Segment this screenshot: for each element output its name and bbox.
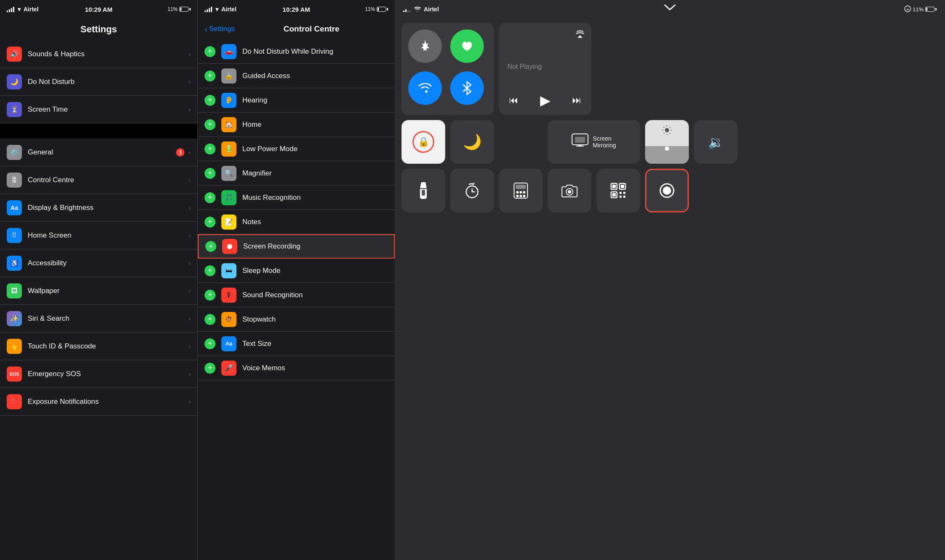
- volume-button[interactable]: 🔉: [694, 120, 738, 164]
- notes-label: Notes: [242, 218, 388, 226]
- brightness-button[interactable]: [645, 120, 689, 164]
- add-button-hearing[interactable]: +: [205, 95, 215, 106]
- control-item-lowpower[interactable]: + 🔋 Low Power Mode: [198, 137, 395, 161]
- add-button-home[interactable]: +: [205, 119, 215, 130]
- settings-item-donotdisturb[interactable]: 🌙 Do Not Disturb ›: [0, 68, 197, 96]
- back-button[interactable]: ‹ Settings: [205, 24, 235, 34]
- carrier-settings: ▾ Airtel: [7, 6, 39, 13]
- add-button-stopwatch[interactable]: +: [205, 314, 215, 325]
- add-button-soundrecognition[interactable]: +: [205, 290, 215, 301]
- airplay-icon[interactable]: [575, 29, 585, 41]
- battery-percent-settings: 11%: [168, 6, 178, 12]
- wifi-icon-cc: ▾: [215, 6, 218, 13]
- svg-rect-33: [620, 196, 622, 198]
- add-button-guidedaccess[interactable]: +: [205, 71, 215, 81]
- settings-item-emergencysos[interactable]: SOS Emergency SOS ›: [0, 360, 197, 388]
- settings-title-bar: Settings: [0, 18, 197, 40]
- add-button-musicrecognition[interactable]: +: [205, 192, 215, 203]
- exposure-icon: 🔴: [7, 394, 22, 409]
- svg-point-4: [665, 128, 669, 132]
- add-button-donotdisturbdriving[interactable]: +: [205, 46, 215, 57]
- signal-bar-4: [13, 7, 14, 12]
- textsize-label: Text Size: [242, 340, 388, 348]
- svg-point-24: [568, 190, 571, 194]
- airplane-mode-button[interactable]: [408, 29, 442, 63]
- screen-mirroring-button[interactable]: Screen Mirroring: [548, 120, 640, 164]
- control-item-notes[interactable]: + 📝 Notes: [198, 210, 395, 234]
- camera-button[interactable]: [548, 169, 591, 212]
- magnifier-label: Magnifier: [242, 169, 388, 178]
- battery-area-settings: 11%: [168, 6, 191, 12]
- svg-point-19: [523, 191, 525, 194]
- battery-icon-ui: [925, 7, 937, 12]
- previous-track-button[interactable]: ⏮: [509, 95, 518, 106]
- play-button[interactable]: ▶: [540, 92, 551, 108]
- settings-item-screentime[interactable]: ⏳ Screen Time ›: [0, 96, 197, 123]
- cc-row-1: Not Playing ⏮ ▶ ⏭: [402, 23, 938, 115]
- flashlight-button[interactable]: [402, 169, 445, 212]
- settings-item-homescreen[interactable]: ⠿ Home Screen ›: [0, 222, 197, 249]
- do-not-disturb-button[interactable]: 🌙: [450, 120, 494, 164]
- add-button-lowpower[interactable]: +: [205, 144, 215, 154]
- control-item-home[interactable]: + 🏠 Home: [198, 113, 395, 137]
- add-button-screenrecording[interactable]: +: [205, 241, 216, 252]
- svg-rect-26: [612, 185, 616, 188]
- timer-button[interactable]: [450, 169, 494, 212]
- settings-list: 🔊 Sounds & Haptics › 🌙 Do Not Disturb › …: [0, 40, 197, 560]
- control-item-sleepmode[interactable]: + 🛏 Sleep Mode: [198, 259, 395, 283]
- screen-recording-ui-button[interactable]: [645, 169, 689, 212]
- control-item-soundrecognition[interactable]: + 🎙 Sound Recognition: [198, 283, 395, 307]
- svg-point-36: [663, 186, 671, 195]
- brightness-dot: [665, 147, 669, 151]
- chevron-icon: ›: [189, 79, 191, 85]
- qr-code-button[interactable]: [596, 169, 640, 212]
- settings-item-sounds[interactable]: 🔊 Sounds & Haptics ›: [0, 40, 197, 68]
- signal-bar-2: [9, 9, 10, 12]
- calculator-button[interactable]: [499, 169, 543, 212]
- add-button-voicememos[interactable]: +: [205, 363, 215, 374]
- settings-item-siri[interactable]: ✨ Siri & Search ›: [0, 305, 197, 332]
- add-button-notes[interactable]: +: [205, 217, 215, 228]
- svg-rect-30: [612, 193, 616, 196]
- chevron-icon: ›: [189, 204, 191, 211]
- wifi-icon: ▾: [18, 6, 21, 13]
- control-item-magnifier[interactable]: + 🔍 Magnifier: [198, 161, 395, 186]
- settings-item-accessibility[interactable]: ♿ Accessibility ›: [0, 249, 197, 277]
- settings-item-touchid[interactable]: 👆 Touch ID & Passcode ›: [0, 332, 197, 360]
- chevron-icon: ›: [189, 343, 191, 350]
- control-item-screenrecording[interactable]: + ⏺ Screen Recording: [198, 234, 395, 259]
- bluetooth-button[interactable]: [450, 71, 484, 105]
- settings-item-controlcentre[interactable]: 🎛 Control Centre ›: [0, 166, 197, 194]
- emergencysos-label: Emergency SOS: [28, 370, 187, 378]
- controlcentre-label: Control Centre: [28, 176, 187, 184]
- svg-rect-13: [422, 190, 425, 196]
- add-button-magnifier[interactable]: +: [205, 168, 215, 179]
- control-item-donotdisturbdriving[interactable]: + 🚗 Do Not Disturb While Driving: [198, 39, 395, 64]
- control-item-stopwatch[interactable]: + ⏱ Stopwatch: [198, 307, 395, 332]
- settings-item-exposure[interactable]: 🔴 Exposure Notifications ›: [0, 388, 197, 416]
- np-top: [506, 29, 585, 41]
- settings-item-wallpaper[interactable]: 🖼 Wallpaper ›: [0, 277, 197, 305]
- lock-rotation-button[interactable]: 🔒: [402, 120, 445, 164]
- connectivity-block: [402, 23, 494, 115]
- svg-point-21: [520, 195, 522, 197]
- cellular-button[interactable]: [450, 29, 484, 63]
- add-button-textsize[interactable]: +: [205, 338, 215, 349]
- screentime-label: Screen Time: [28, 105, 187, 114]
- battery-fill-cc: [378, 8, 379, 11]
- wifi-button[interactable]: [408, 71, 442, 105]
- stopwatch-label: Stopwatch: [242, 315, 388, 324]
- svg-point-17: [516, 191, 519, 194]
- settings-item-general[interactable]: ⚙️ General 1 ›: [0, 139, 197, 166]
- control-item-musicrecognition[interactable]: + 🎵 Music Recognition: [198, 186, 395, 210]
- add-button-sleepmode[interactable]: +: [205, 265, 215, 276]
- control-item-textsize[interactable]: + Aa Text Size: [198, 332, 395, 356]
- control-item-guidedaccess[interactable]: + 🔒 Guided Access: [198, 64, 395, 88]
- next-track-button[interactable]: ⏭: [572, 95, 581, 106]
- control-item-voicememos[interactable]: + 🎤 Voice Memos: [198, 356, 395, 380]
- cc-chevron-icon[interactable]: [664, 0, 676, 13]
- wallpaper-icon: 🖼: [7, 283, 22, 298]
- control-item-hearing[interactable]: + 👂 Hearing: [198, 88, 395, 113]
- settings-item-display[interactable]: Aa Display & Brightness ›: [0, 194, 197, 222]
- home-icon: 🏠: [221, 117, 236, 132]
